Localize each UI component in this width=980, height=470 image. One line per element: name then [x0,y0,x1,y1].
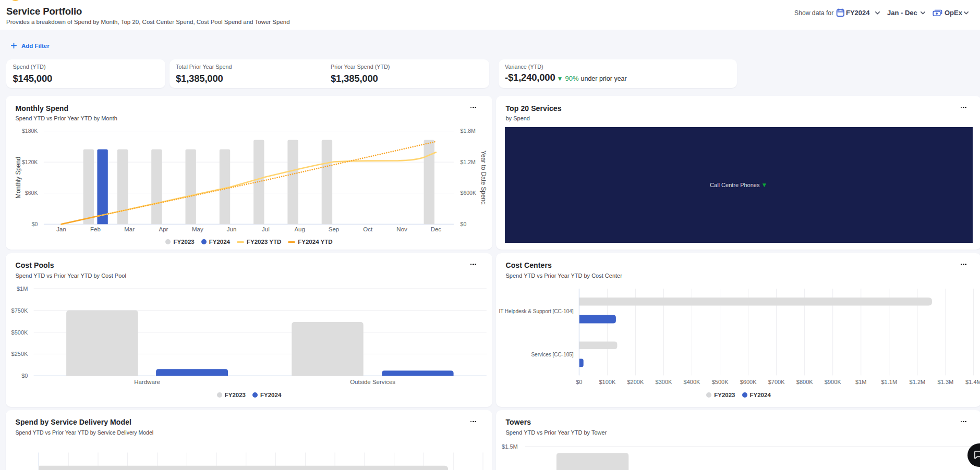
svg-text:Hardware: Hardware [134,379,160,385]
svg-text:May: May [192,226,203,232]
svg-text:$800K: $800K [796,379,813,385]
svg-text:$400K: $400K [684,379,700,385]
svg-text:Jun: Jun [227,226,237,232]
svg-text:$1.2M: $1.2M [461,159,476,165]
svg-text:Feb: Feb [90,226,101,232]
svg-text:Monthly Spend: Monthly Spend [15,157,22,199]
svg-text:$1.1M: $1.1M [881,379,898,385]
svg-text:Jan: Jan [56,226,66,232]
svg-text:Aug: Aug [294,226,305,232]
svg-text:$1.4M: $1.4M [965,379,980,385]
svg-text:$0: $0 [576,379,582,385]
svg-text:Jul: Jul [262,226,270,232]
svg-text:Nov: Nov [396,226,407,232]
svg-text:$0: $0 [461,221,467,227]
svg-text:$500K: $500K [712,379,729,385]
svg-text:$100K: $100K [599,379,615,385]
svg-text:$1.2M: $1.2M [910,379,926,385]
svg-text:Oct: Oct [363,226,373,232]
svg-text:$1.3M: $1.3M [938,379,954,385]
svg-text:Sep: Sep [329,226,339,232]
svg-text:IT Helpdesk & Support [CC-104]: IT Helpdesk & Support [CC-104] [499,308,573,314]
svg-text:$1M: $1M [855,379,866,385]
svg-text:$0: $0 [21,373,28,379]
svg-text:$180K: $180K [22,128,38,134]
svg-text:$1.5M: $1.5M [502,443,518,450]
svg-text:$1.8M: $1.8M [461,128,476,134]
svg-text:$120K: $120K [22,159,38,165]
svg-text:Services [CC-105]: Services [CC-105] [531,352,573,357]
svg-text:$500K: $500K [11,329,28,335]
svg-text:$250K: $250K [11,351,28,357]
svg-text:$0: $0 [32,221,38,227]
svg-text:Mar: Mar [124,226,135,232]
svg-text:$900K: $900K [825,379,841,385]
svg-text:Apr: Apr [159,226,168,232]
svg-text:$600K: $600K [740,379,757,385]
svg-text:$600K: $600K [461,190,476,196]
svg-text:$700K: $700K [768,379,785,385]
svg-text:$300K: $300K [656,379,672,385]
svg-text:Dec: Dec [431,226,442,232]
svg-text:$200K: $200K [627,379,644,385]
svg-text:$60K: $60K [25,190,38,196]
svg-text:$750K: $750K [11,307,28,313]
svg-text:Outside Services: Outside Services [350,379,395,385]
svg-text:$1M: $1M [17,286,28,292]
svg-text:Year to Date Spend: Year to Date Spend [480,151,487,205]
